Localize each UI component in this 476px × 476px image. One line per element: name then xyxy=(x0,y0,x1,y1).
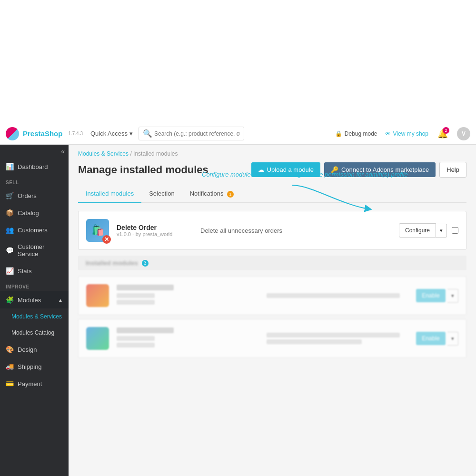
blurred-section-badge: 3 xyxy=(142,260,149,267)
tab-selection-label: Selection xyxy=(149,190,174,197)
module-actions: Configure ▾ xyxy=(399,223,458,238)
notifications-tab-badge: 1 xyxy=(227,191,234,198)
dashboard-icon: 📊 xyxy=(6,163,14,170)
blurred-module-icon-2 xyxy=(86,327,109,350)
notifications-button[interactable]: 🔔 2 xyxy=(436,127,449,140)
module-checkbox[interactable] xyxy=(452,227,458,234)
blurred-module-best-vouchers: Enable ▾ xyxy=(78,276,466,315)
orders-icon: 🛒 xyxy=(6,192,14,199)
logo-presta: Presta xyxy=(23,129,45,138)
tab-installed-modules[interactable]: Installed modules xyxy=(78,185,141,203)
sidebar-item-customer-service[interactable]: 💬 Customer Service xyxy=(0,238,69,262)
sidebar-item-shipping[interactable]: 🚚 Shipping xyxy=(0,358,69,375)
blurred-module-actions-2: Enable ▾ xyxy=(416,332,458,346)
quick-access-chevron: ▾ xyxy=(129,130,133,137)
sidebar-item-design[interactable]: 🎨 Design xyxy=(0,341,69,358)
module-info-delete-order: Delete Order v1.0.0 - by presta_world xyxy=(117,224,193,237)
improve-section-label: IMPROVE xyxy=(0,279,69,291)
modules-services-label: Modules & Services xyxy=(11,313,62,320)
version-badge: 1.7.4.3 xyxy=(68,131,83,136)
view-shop-label: View my shop xyxy=(393,130,428,137)
blurred-desc-line-3 xyxy=(267,339,362,344)
blurred-module-author-2 xyxy=(117,343,155,347)
configure-button[interactable]: Configure xyxy=(399,223,436,238)
logo-icon xyxy=(6,127,19,140)
sidebar-item-modules[interactable]: 🧩 Modules ▲ xyxy=(0,291,69,308)
customer-service-icon: 💬 xyxy=(6,247,14,254)
annotation-text: Configure module from here. Manage all t… xyxy=(202,171,408,178)
search-icon: 🔍 xyxy=(143,129,152,138)
sidebar-item-modules-services[interactable]: Modules & Services xyxy=(0,308,69,325)
sidebar-item-orders[interactable]: 🛒 Orders xyxy=(0,187,69,204)
quick-access-label: Quick Access xyxy=(90,130,128,137)
blurred-module-desc-1 xyxy=(267,293,409,298)
logo-shop: Shop xyxy=(45,129,63,138)
debug-mode[interactable]: 🔒 Debug mode xyxy=(335,130,377,137)
blurred-module-version-1 xyxy=(117,293,155,298)
payment-icon: 💳 xyxy=(6,380,14,387)
collapse-button[interactable]: « xyxy=(61,148,65,155)
tab-notifications-label: Notifications xyxy=(190,190,224,197)
blurred-module-author-1 xyxy=(117,300,155,305)
notification-badge: 2 xyxy=(443,127,449,134)
payment-label: Payment xyxy=(18,380,42,387)
blurred-section-label: Installed modules xyxy=(86,259,138,267)
modules-icon: 🧩 xyxy=(6,296,14,304)
search-bar: 🔍 xyxy=(139,127,244,140)
configure-dropdown-button[interactable]: ▾ xyxy=(436,224,447,238)
blurred-module-shop-search: Enable ▾ xyxy=(78,319,466,358)
breadcrumb-current: Installed modules xyxy=(133,150,178,157)
tabs: Installed modules Selection Notification… xyxy=(78,185,466,203)
catalog-icon: 📦 xyxy=(6,209,14,217)
shipping-icon: 🚚 xyxy=(6,363,14,370)
sell-section-label: SELL xyxy=(0,175,69,187)
modules-catalog-label: Modules Catalog xyxy=(11,329,54,336)
main-content: Modules & Services / Installed modules M… xyxy=(69,145,476,476)
view-my-shop-button[interactable]: 👁 View my shop xyxy=(385,130,428,137)
debug-icon: 🔒 xyxy=(335,130,342,137)
top-spacer xyxy=(0,0,476,123)
quick-access-button[interactable]: Quick Access ▾ xyxy=(90,130,133,137)
stats-icon: 📈 xyxy=(6,267,14,275)
blurred-module-info-2 xyxy=(117,327,259,349)
header-right: 🔒 Debug mode 👁 View my shop 🔔 2 V xyxy=(335,127,470,140)
sidebar-item-catalog[interactable]: 📦 Catalog xyxy=(0,204,69,221)
module-card-delete-order: 🛍️ ✕ Delete Order v1.0.0 - by presta_wor… xyxy=(78,211,466,250)
sidebar: « 📊 Dashboard SELL 🛒 Orders 📦 Catalog 👥 … xyxy=(0,145,69,476)
page-title: Manage installed modules xyxy=(78,164,208,176)
sidebar-item-payment[interactable]: 💳 Payment xyxy=(0,375,69,392)
tab-installed-label: Installed modules xyxy=(86,190,134,197)
blurred-enable-btn-2[interactable]: Enable xyxy=(416,332,445,345)
logo-area: PrestaShop 1.7.4.3 xyxy=(6,127,83,140)
modules-chevron: ▲ xyxy=(58,298,63,303)
blurred-enable-btn-1[interactable]: Enable xyxy=(416,289,445,302)
tab-selection[interactable]: Selection xyxy=(141,185,182,202)
main-layout: « 📊 Dashboard SELL 🛒 Orders 📦 Catalog 👥 … xyxy=(0,145,476,476)
breadcrumb: Modules & Services / Installed modules xyxy=(78,150,466,157)
sidebar-item-customers[interactable]: 👥 Customers xyxy=(0,221,69,238)
logo-text: PrestaShop xyxy=(23,129,62,138)
search-input[interactable] xyxy=(154,130,240,137)
blurred-dropdown-btn-1[interactable]: ▾ xyxy=(447,289,458,303)
module-icon-delete-order: 🛍️ ✕ xyxy=(86,219,109,242)
module-version: v1.0.0 - by presta_world xyxy=(117,231,193,237)
sidebar-item-dashboard[interactable]: 📊 Dashboard xyxy=(0,158,69,175)
avatar-initials: V xyxy=(462,130,466,137)
breadcrumb-parent[interactable]: Modules & Services xyxy=(78,150,129,157)
sidebar-item-stats[interactable]: 📈 Stats xyxy=(0,262,69,279)
sidebar-collapse: « xyxy=(0,145,69,158)
customer-service-label: Customer Service xyxy=(18,243,63,258)
blurred-section-header: Installed modules 3 xyxy=(78,256,466,270)
sidebar-item-modules-catalog[interactable]: Modules Catalog xyxy=(0,325,69,341)
blurred-dropdown-btn-2[interactable]: ▾ xyxy=(447,332,458,346)
customers-icon: 👥 xyxy=(6,226,14,234)
dashboard-label: Dashboard xyxy=(18,163,48,170)
tab-notifications[interactable]: Notifications 1 xyxy=(182,185,241,202)
blurred-module-icon-1 xyxy=(86,284,109,307)
blurred-module-version-2 xyxy=(117,336,155,341)
help-button[interactable]: Help xyxy=(439,162,466,178)
blurred-module-name-1 xyxy=(117,285,174,290)
tabs-container: Installed modules Selection Notification… xyxy=(78,185,466,203)
user-avatar[interactable]: V xyxy=(457,127,470,140)
stats-label: Stats xyxy=(18,268,32,275)
